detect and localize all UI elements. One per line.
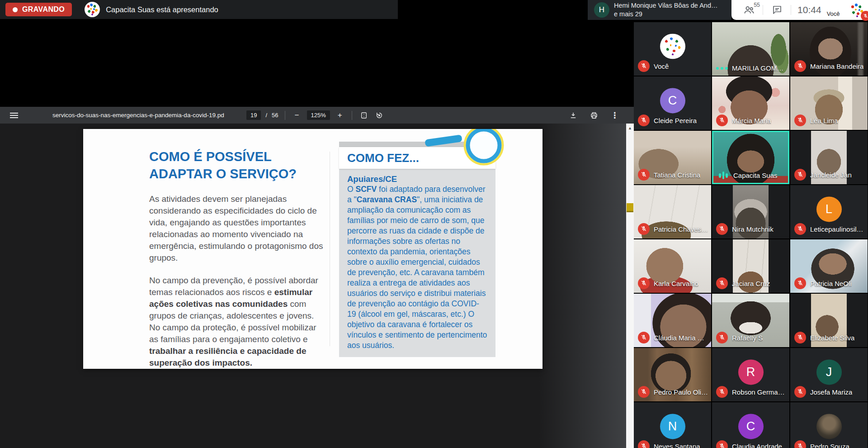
- left-paragraph-2: No campo da prevenção, é possível aborda…: [149, 275, 326, 369]
- print-icon: [590, 111, 598, 119]
- participant-tile[interactable]: Nira Mutchnik: [712, 185, 789, 238]
- participant-name: Karla Carvalho: [654, 280, 698, 287]
- right-subheading: Apuiares/CE: [347, 174, 487, 184]
- mic-muted-icon: [638, 169, 650, 181]
- participant-namebar: Jaciara Cruz: [716, 277, 770, 289]
- chat-button[interactable]: [769, 2, 784, 18]
- participant-name: Léa Lima: [810, 117, 838, 124]
- participant-tile[interactable]: Tatiana Cristina: [634, 131, 711, 184]
- chat-icon: [772, 5, 783, 15]
- people-icon: [743, 4, 755, 16]
- participant-namebar: Pedro Paulo Olive…: [638, 386, 709, 398]
- mic-muted-icon: [794, 60, 806, 72]
- participant-tile[interactable]: Patricia NeOli: [790, 239, 868, 293]
- participant-tile[interactable]: Pedro Souza: [790, 402, 868, 448]
- mic-muted-icon: [794, 277, 806, 289]
- participant-tile[interactable]: C Cleide Pereira: [634, 76, 711, 130]
- participant-name: Neves Santana: [654, 443, 700, 448]
- participant-tile[interactable]: Karla Carvalho: [634, 239, 711, 293]
- presenter-logo-avatar: [85, 2, 100, 17]
- participant-namebar: MARILIA GOMES …: [716, 64, 787, 72]
- meet-window: GRAVANDO Capacita Suas está apresentando…: [0, 0, 868, 448]
- people-button[interactable]: 55: [741, 2, 756, 18]
- participant-name: MARILIA GOMES …: [732, 64, 787, 72]
- participant-tile[interactable]: Pedro Paulo Olive…: [634, 348, 711, 401]
- participant-namebar: Josefa Mariza: [794, 386, 852, 398]
- participant-tile[interactable]: Mariana Bandeira: [790, 22, 868, 76]
- participant-tile[interactable]: Patricia Chaves B…: [634, 185, 711, 238]
- pdf-toolbar-actions: ⋮: [568, 110, 620, 121]
- participant-namebar: Elizabete Silva: [794, 332, 854, 343]
- participant-tile[interactable]: Capacita Suas: [712, 131, 789, 184]
- page-number-input[interactable]: 19: [246, 110, 261, 120]
- participant-name: Claudia Andrade: [732, 443, 782, 448]
- participant-avatar: L: [816, 196, 842, 222]
- mic-muted-icon: [638, 223, 650, 235]
- participant-tile[interactable]: C Claudia Andrade: [712, 402, 789, 448]
- pinned-participant-banner[interactable]: H Hemi Monique Vilas Bôas de And… e mais…: [588, 0, 731, 20]
- participant-tile[interactable]: Léa Lima: [790, 76, 868, 130]
- participant-name: Tatiana Cristina: [654, 171, 700, 179]
- pdf-toolbar: servicos-do-suas-nas-emergencias-e-pande…: [0, 107, 634, 124]
- participant-name: Patricia Chaves B…: [654, 225, 709, 233]
- mic-muted-icon: [794, 114, 806, 126]
- fit-page-icon: [360, 111, 368, 119]
- pdf-scrollbar[interactable]: ▲: [626, 124, 634, 448]
- fit-page-button[interactable]: [359, 110, 369, 121]
- participant-name: Josefa Mariza: [810, 388, 852, 396]
- text-run: Caravana CRAS: [357, 195, 417, 204]
- mic-muted-icon: [716, 114, 728, 126]
- participant-tile[interactable]: Cláudia Maria Ro…: [634, 294, 711, 347]
- toolbar-divider: [352, 111, 352, 120]
- rotate-icon: [375, 111, 383, 119]
- download-button[interactable]: [568, 110, 579, 121]
- pdf-page: COMO É POSSÍVEL ADAPTAR O SERVIÇO? As at…: [83, 129, 542, 369]
- more-options-button[interactable]: ⋮: [609, 110, 620, 121]
- participant-name: Robson Germano …: [732, 388, 787, 396]
- participant-tile[interactable]: J Josefa Mariza: [790, 348, 868, 401]
- column-divider: [330, 152, 330, 346]
- participant-namebar: Patricia NeOli: [794, 277, 852, 289]
- page-separator: /: [265, 112, 267, 119]
- scrollbar-up-arrow-icon[interactable]: ▲: [626, 124, 634, 130]
- zoom-in-button[interactable]: +: [335, 110, 345, 121]
- participant-banner-line2: e mais 29: [614, 10, 642, 18]
- participant-name: Cláudia Maria Ro…: [654, 334, 709, 342]
- print-button[interactable]: [589, 110, 599, 121]
- participant-avatar: N: [660, 414, 685, 439]
- participant-namebar: Rafaelly S: [716, 332, 763, 343]
- toolbar-divider: [285, 111, 285, 120]
- presenting-text: Capacita Suas está apresentando: [106, 5, 218, 14]
- recording-badge: GRAVANDO: [5, 3, 72, 16]
- participant-namebar: Léa Lima: [794, 114, 838, 126]
- participant-tile[interactable]: MARILIA GOMES …: [712, 22, 789, 76]
- zoom-out-button[interactable]: −: [292, 110, 302, 121]
- header-divider: [791, 5, 791, 15]
- left-heading: COMO É POSSÍVEL ADAPTAR O SERVIÇO?: [149, 148, 321, 182]
- self-view-thumbnail[interactable]: Você: [826, 0, 868, 20]
- participant-tile[interactable]: Jancleide Jan: [790, 131, 868, 184]
- participant-namebar: Pedro Souza: [794, 440, 849, 448]
- participant-namebar: Nira Mutchnik: [716, 223, 774, 235]
- participant-tile[interactable]: Márcia Maria: [712, 76, 789, 130]
- rotate-button[interactable]: [374, 110, 385, 121]
- mic-muted-icon: [716, 386, 728, 398]
- participant-tile[interactable]: Jaciara Cruz: [712, 239, 789, 293]
- participant-tile[interactable]: Você: [634, 22, 711, 76]
- participant-namebar: Tatiana Cristina: [638, 169, 700, 181]
- left-paragraph-1: As atividades devem ser planejadas consi…: [149, 193, 326, 264]
- participant-name: Elizabete Silva: [810, 334, 854, 342]
- presentation-topbar: GRAVANDO Capacita Suas está apresentando: [0, 0, 398, 19]
- participant-tile[interactable]: N Neves Santana: [634, 402, 711, 448]
- right-heading: COMO FEZ...: [347, 151, 419, 165]
- scrollbar-thumb[interactable]: [627, 203, 633, 212]
- participant-name: Patricia NeOli: [810, 280, 852, 287]
- menu-button[interactable]: [10, 111, 18, 119]
- clock: 10:44: [797, 5, 821, 15]
- participant-tile[interactable]: L Leticepaulinosilv…: [790, 185, 868, 238]
- participant-tile[interactable]: Rafaelly S: [712, 294, 789, 347]
- participant-tile[interactable]: Elizabete Silva: [790, 294, 868, 347]
- participant-banner-text: Hemi Monique Vilas Bôas de And… e mais 2…: [614, 1, 717, 19]
- participant-tile[interactable]: R Robson Germano …: [712, 348, 789, 401]
- right-content-box: Apuiares/CE O SCFV foi adaptado para des…: [339, 169, 495, 357]
